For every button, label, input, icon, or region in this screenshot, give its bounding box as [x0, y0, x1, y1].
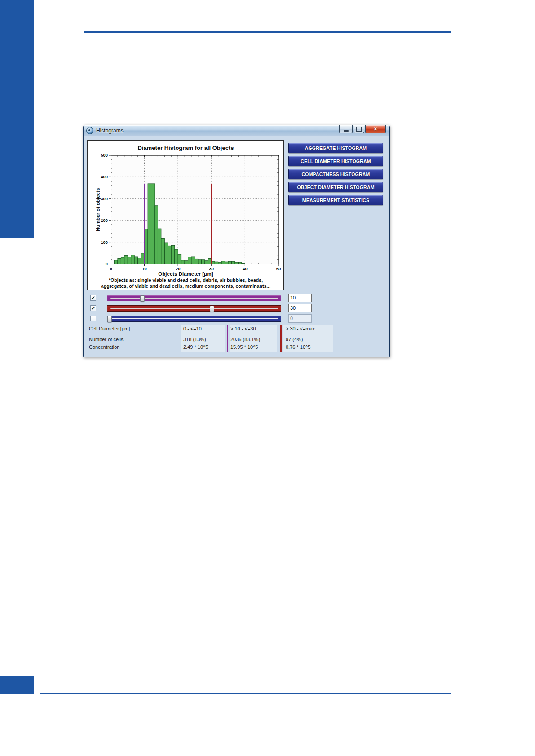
- slider-handle-1[interactable]: [210, 306, 214, 312]
- slider-handle-0[interactable]: [140, 295, 145, 302]
- maximize-icon: [356, 127, 362, 132]
- svg-text:0: 0: [110, 266, 112, 271]
- svg-text:500: 500: [101, 153, 108, 158]
- diameter-histogram-chart: 010203040500100200300400500: [88, 141, 283, 290]
- stats-row-label: Concentration: [89, 344, 120, 350]
- stats-header-row: Cell Diameter [µm] 0 - <=10 > 10 - <=30 …: [84, 326, 389, 332]
- minimize-icon: [344, 130, 349, 132]
- page-bottom-rule: [40, 693, 451, 694]
- stats-row-concentration: Concentration 2.49 * 10^5 15.95 * 10^5 0…: [84, 344, 389, 351]
- svg-text:20: 20: [176, 266, 181, 271]
- nav-button-aggregate-histogram[interactable]: AGGREGATE HISTOGRAM: [288, 143, 383, 153]
- document-page: Histograms ✕ 010203040500100200300400500…: [0, 0, 535, 756]
- histograms-app-icon: [86, 127, 93, 134]
- slider-field-2[interactable]: 0: [288, 314, 312, 323]
- svg-text:200: 200: [101, 218, 108, 223]
- slider-row-lower-threshold: ✔ 10: [90, 294, 315, 303]
- stats-row-number-of-cells: Number of cells 318 (13%) 2036 (83.1%) 9…: [84, 337, 389, 343]
- stats-cell: 97 (4%): [286, 337, 303, 342]
- slider-handle-2[interactable]: [107, 316, 112, 322]
- stats-cell: 2036 (83.1%): [230, 337, 260, 342]
- maximize-button[interactable]: [354, 125, 364, 133]
- chart-y-axis-label: Number of objects: [95, 188, 101, 232]
- stats-header-range-3: > 30 - <=max: [286, 326, 315, 331]
- page-top-rule: [84, 31, 451, 33]
- page-side-bar: [0, 0, 34, 238]
- histogram-plot-panel: 010203040500100200300400500 Diameter His…: [87, 140, 284, 290]
- slider-checkbox-0[interactable]: ✔: [90, 295, 96, 301]
- slider-track-1[interactable]: [107, 305, 281, 312]
- slider-row-extra-threshold: 0: [90, 315, 315, 324]
- stats-table: Cell Diameter [µm] 0 - <=10 > 10 - <=30 …: [84, 325, 389, 353]
- svg-text:40: 40: [243, 266, 248, 271]
- window-controls: ✕: [339, 125, 386, 133]
- histograms-window: Histograms ✕ 010203040500100200300400500…: [83, 125, 390, 357]
- slider-checkbox-1[interactable]: ✔: [90, 305, 96, 311]
- nav-button-cell-diameter-histogram[interactable]: CELL DIAMETER HISTOGRAM: [288, 156, 383, 166]
- svg-text:30: 30: [209, 266, 214, 271]
- stats-header-range-1: 0 - <=10: [183, 326, 202, 331]
- slider-track-0[interactable]: [107, 295, 281, 301]
- chart-title: Diameter Histogram for all Objects: [88, 145, 283, 151]
- svg-text:10: 10: [142, 266, 147, 271]
- stats-header-label: Cell Diameter [µm]: [89, 326, 130, 331]
- chart-x-axis-label: Objects Diameter [µm]: [88, 271, 283, 277]
- nav-button-compactness-histogram[interactable]: COMPACTNESS HISTOGRAM: [288, 169, 383, 179]
- slider-row-upper-threshold: ✔ 30: [90, 304, 315, 313]
- close-icon: ✕: [374, 127, 377, 132]
- window-titlebar[interactable]: Histograms ✕: [84, 125, 389, 136]
- window-title: Histograms: [96, 127, 124, 134]
- slider-field-0-value: 10: [290, 295, 296, 300]
- svg-text:50: 50: [276, 266, 281, 271]
- nav-button-object-diameter-histogram[interactable]: OBJECT DIAMETER HISTOGRAM: [288, 182, 383, 192]
- slider-field-1[interactable]: 30: [288, 304, 312, 312]
- stats-cell: 318 (13%): [183, 337, 206, 342]
- slider-track-2[interactable]: [107, 316, 281, 322]
- svg-text:400: 400: [101, 174, 108, 179]
- chart-footnote-line1: *Objects as: single viable and dead cell…: [88, 277, 283, 283]
- slider-field-0[interactable]: 10: [288, 294, 312, 302]
- stats-cell: 15.95 * 10^5: [230, 344, 258, 350]
- text-cursor: [296, 306, 296, 311]
- svg-text:300: 300: [101, 196, 108, 201]
- chart-footnote-line2: aggregates, of viable and dead cells, me…: [88, 283, 283, 289]
- stats-header-range-2: > 10 - <=30: [230, 326, 256, 331]
- slider-field-1-value: 30: [290, 305, 296, 311]
- stats-cell: 2.49 * 10^5: [183, 344, 208, 350]
- stats-row-label: Number of cells: [89, 337, 123, 342]
- minimize-button[interactable]: [339, 125, 353, 133]
- page-bottom-square: [0, 676, 34, 694]
- slider-checkbox-2[interactable]: [90, 316, 96, 321]
- nav-button-measurement-statistics[interactable]: MEASUREMENT STATISTICS: [288, 195, 383, 205]
- svg-text:0: 0: [106, 261, 108, 266]
- close-button[interactable]: ✕: [365, 125, 386, 133]
- stats-cell: 0.76 * 10^5: [286, 344, 310, 350]
- slider-field-2-value: 0: [290, 316, 293, 321]
- svg-text:100: 100: [101, 240, 108, 245]
